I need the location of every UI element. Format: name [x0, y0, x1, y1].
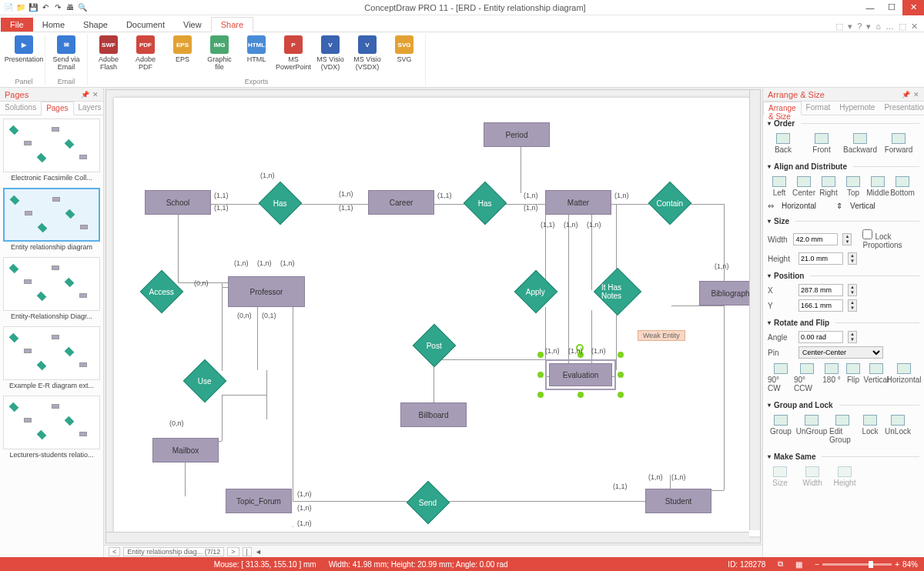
- qat-redo-icon[interactable]: ↷: [52, 2, 63, 13]
- export-svg[interactable]: SVGSVG: [387, 34, 422, 72]
- tab-file[interactable]: File: [1, 18, 33, 32]
- zoom-control[interactable]: − + 84%: [815, 560, 918, 569]
- lock-button[interactable]: Lock: [859, 415, 882, 444]
- order-backward-button[interactable]: Backward: [845, 133, 875, 154]
- status-icon1[interactable]: ⧉: [778, 559, 783, 569]
- subtab-pages[interactable]: Pages: [41, 102, 73, 115]
- export-html[interactable]: HTMLHTML: [239, 34, 274, 72]
- ricon-3[interactable]: ▾: [866, 22, 871, 32]
- rel-access[interactable]: Access: [140, 270, 184, 314]
- export-flash[interactable]: SWFAdobe Flash: [91, 34, 126, 72]
- flip-v-button[interactable]: Vertical: [863, 363, 889, 392]
- page-thumb-2[interactable]: Entity-Relationship Diagr...: [3, 257, 100, 325]
- subtab-layers[interactable]: Layers: [74, 102, 106, 115]
- width-input[interactable]: [793, 233, 838, 245]
- close-button[interactable]: ✕: [902, 0, 924, 15]
- atab-arrange[interactable]: Arrange & Size: [763, 102, 802, 115]
- page-thumb-0[interactable]: Electronic Facsimile Coll...: [3, 119, 100, 186]
- size-header[interactable]: Size: [768, 215, 919, 228]
- rel-post[interactable]: Post: [413, 324, 457, 368]
- qat-preview-icon[interactable]: 🔍: [77, 2, 88, 13]
- flip-button[interactable]: Flip: [843, 363, 863, 392]
- diagram-canvas[interactable]: Period School Career Matter Bibliography…: [114, 98, 761, 536]
- ricon-1[interactable]: ▾: [848, 22, 852, 32]
- arrange-close-icon[interactable]: ✕: [913, 91, 919, 99]
- rel-use[interactable]: Use: [183, 359, 227, 403]
- vertical-scrollbar[interactable]: [749, 90, 760, 530]
- ungroup-button[interactable]: UnGroup: [797, 415, 826, 444]
- pin-icon[interactable]: 📌: [81, 91, 89, 99]
- order-forward-button[interactable]: Forward: [883, 133, 914, 154]
- rotate-180-button[interactable]: 180 °: [820, 363, 843, 392]
- edit-group-button[interactable]: Edit Group: [829, 415, 855, 444]
- rel-has2[interactable]: Has: [464, 182, 507, 225]
- makesame-header[interactable]: Make Same: [768, 450, 919, 463]
- width-spinner[interactable]: ▲▼: [842, 233, 852, 245]
- entity-school[interactable]: School: [145, 190, 211, 215]
- canvas-viewport[interactable]: Period School Career Matter Bibliography…: [105, 89, 761, 543]
- entity-billboard[interactable]: Billboard: [400, 402, 467, 427]
- current-page-tab[interactable]: Entity relationship diag... (7/12: [123, 547, 224, 556]
- rel-send[interactable]: Send: [407, 481, 450, 525]
- y-input[interactable]: [798, 299, 843, 312]
- align-bottom-button[interactable]: Bottom: [891, 176, 914, 197]
- export-eps[interactable]: EPSEPS: [165, 34, 200, 72]
- pin-select[interactable]: Center-Center: [798, 346, 883, 359]
- align-header[interactable]: Align and Distribute: [768, 160, 919, 173]
- export-vsdx[interactable]: VMS Visio (VSDX): [350, 34, 385, 72]
- subtab-solutions[interactable]: Solutions: [0, 102, 41, 115]
- nav-last-button[interactable]: |: [243, 547, 252, 556]
- export-ppt[interactable]: PMS PowerPoint: [276, 34, 311, 72]
- entity-student[interactable]: Student: [645, 489, 711, 513]
- align-left-button[interactable]: Left: [768, 176, 791, 197]
- order-back-button[interactable]: Back: [768, 133, 798, 154]
- height-spinner[interactable]: ▲▼: [848, 252, 857, 265]
- rotate-cw-button[interactable]: 90° CW: [768, 363, 794, 392]
- nav-prev-button[interactable]: <: [109, 547, 120, 556]
- align-top-button[interactable]: Top: [842, 176, 865, 197]
- qat-open-icon[interactable]: 📁: [15, 2, 26, 13]
- order-front-button[interactable]: Front: [806, 133, 837, 154]
- group-header[interactable]: Group and Lock: [768, 399, 919, 412]
- tab-home[interactable]: Home: [33, 18, 74, 32]
- order-header[interactable]: Order: [768, 117, 919, 130]
- ricon-6[interactable]: ⬚: [899, 22, 906, 32]
- zoom-in-icon[interactable]: +: [895, 560, 899, 569]
- angle-input[interactable]: [798, 331, 843, 343]
- same-size-button[interactable]: Size: [768, 466, 792, 487]
- distribute-h-icon[interactable]: ⇔: [768, 202, 777, 210]
- tab-shape[interactable]: Shape: [74, 18, 117, 32]
- zoom-out-icon[interactable]: −: [815, 560, 819, 569]
- distribute-v-icon[interactable]: ⇕: [836, 202, 845, 210]
- rel-apply[interactable]: Apply: [514, 270, 558, 314]
- tab-view[interactable]: View: [174, 18, 211, 32]
- angle-spinner[interactable]: ▲▼: [848, 331, 857, 343]
- ricon-5[interactable]: …: [886, 22, 894, 32]
- tab-share[interactable]: Share: [211, 17, 253, 32]
- group-button[interactable]: Group: [768, 415, 794, 444]
- entity-topic-forum[interactable]: Topic_Forum: [226, 489, 292, 513]
- arrange-pin-icon[interactable]: 📌: [902, 91, 910, 99]
- close-panel-icon[interactable]: ✕: [92, 91, 99, 99]
- tab-document[interactable]: Document: [117, 18, 174, 32]
- page-thumb-3[interactable]: Example E-R diagram ext...: [3, 326, 100, 394]
- atab-format[interactable]: Format: [802, 102, 835, 115]
- same-width-button[interactable]: Width: [800, 466, 825, 487]
- qat-print-icon[interactable]: 🖶: [65, 2, 75, 13]
- qat-new-icon[interactable]: 📄: [3, 2, 14, 13]
- rotate-header[interactable]: Rotate and Flip: [768, 316, 919, 329]
- atab-presentation[interactable]: Presentation: [879, 102, 924, 115]
- x-input[interactable]: [798, 284, 843, 296]
- flip-h-button[interactable]: Horizontal: [889, 363, 919, 392]
- export-vdx[interactable]: VMS Visio (VDX): [313, 34, 348, 72]
- send-email-btn[interactable]: ✉Send via Email: [49, 34, 84, 72]
- entity-period[interactable]: Period: [484, 122, 550, 147]
- align-right-button[interactable]: Right: [817, 176, 840, 197]
- entity-career[interactable]: Career: [368, 190, 434, 215]
- same-height-button[interactable]: Height: [832, 466, 857, 487]
- scroll-left-icon[interactable]: ◄: [255, 548, 262, 556]
- ricon-7[interactable]: ✕: [911, 22, 918, 32]
- align-center-button[interactable]: Center: [792, 176, 815, 197]
- lock-proportions-checkbox[interactable]: [862, 229, 872, 239]
- height-input[interactable]: [798, 252, 843, 265]
